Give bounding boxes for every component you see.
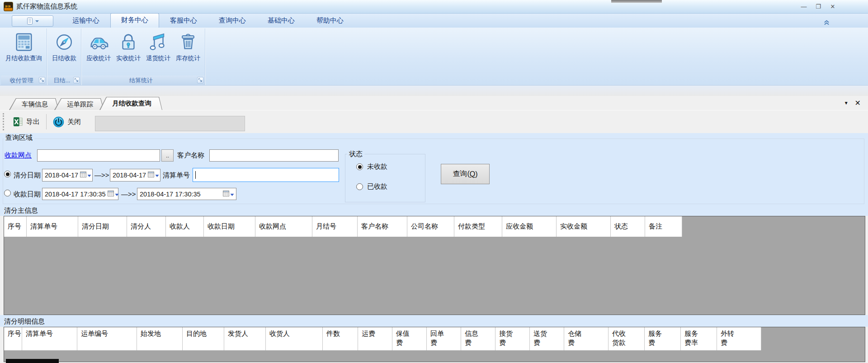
detail-column-header-3[interactable]: 始发地 <box>137 327 183 350</box>
network-input[interactable] <box>37 149 160 162</box>
detail-column-header-14[interactable]: 仓储 费 <box>564 327 609 350</box>
detail-column-header-5[interactable]: 发货人 <box>224 327 266 350</box>
master-column-header-13[interactable]: 状态 <box>611 216 645 237</box>
query-button[interactable]: 查询(Q) <box>441 164 490 184</box>
detail-column-header-4[interactable]: 目的地 <box>183 327 224 350</box>
ribbon-button-1-0[interactable]: 日结收款 <box>49 30 79 63</box>
detail-grid-body[interactable] <box>4 350 865 362</box>
ribbon-tab-0[interactable]: 运输中心 <box>61 14 110 28</box>
master-column-header-4[interactable]: 收款人 <box>166 216 204 237</box>
network-browse-button[interactable]: .. <box>161 149 174 162</box>
detail-column-header-16[interactable]: 服务 费 <box>645 327 681 350</box>
ribbon-tab-4[interactable]: 基础中心 <box>257 14 306 28</box>
master-grid-body[interactable] <box>4 237 865 315</box>
master-column-header-8[interactable]: 客户名称 <box>358 216 407 237</box>
detail-column-header-18[interactable]: 外转 费 <box>717 327 761 350</box>
ribbon-button-2-1[interactable]: 实收统计 <box>113 30 143 63</box>
title-bar[interactable]: »» 贰仟家物流信息系统 — ❐ ✕ <box>0 0 868 14</box>
dialog-launcher-icon[interactable] <box>39 77 45 83</box>
detail-column-header-9[interactable]: 保值 费 <box>392 327 427 350</box>
master-section-title: 清分主信息 <box>0 205 868 216</box>
clear-date-to-picker[interactable]: 2018-04-17 <box>110 169 160 182</box>
detail-column-header-8[interactable]: 运费 <box>358 327 392 350</box>
document-tab-1[interactable]: 运单跟踪 <box>54 98 104 110</box>
close-tab-button[interactable]: 关闭 <box>49 115 85 129</box>
calculator-icon <box>14 32 34 53</box>
detail-column-header-6[interactable]: 收货人 <box>266 327 323 350</box>
detail-column-header-15[interactable]: 代收 货款 <box>609 327 645 350</box>
master-column-header-5[interactable]: 收款日期 <box>204 216 255 237</box>
ribbon-tab-5[interactable]: 帮助中心 <box>306 14 354 28</box>
status-option-1[interactable]: 已收款 <box>356 182 387 191</box>
clear-date-from-picker[interactable]: 2018-04-17 <box>42 169 93 182</box>
tab-close-icon[interactable]: ✕ <box>855 99 861 107</box>
master-column-header-7[interactable]: 月结号 <box>312 216 358 237</box>
toolbar-grip[interactable] <box>3 113 4 130</box>
ribbon-tab-3[interactable]: 查询中心 <box>208 14 257 28</box>
dialog-launcher-icon[interactable] <box>73 77 80 83</box>
settle-no-input[interactable] <box>193 168 339 182</box>
customer-input[interactable] <box>209 149 339 162</box>
range-arrow: —>> <box>121 190 136 198</box>
document-tab-2[interactable]: 月结收款查询 <box>99 97 162 110</box>
master-column-header-1[interactable]: 清算单号 <box>27 216 78 237</box>
master-grid: 序号清算单号清分日期清分人收款人收款日期收款网点月结号客户名称公司名称付款类型应… <box>4 216 865 315</box>
detail-column-header-7[interactable]: 件数 <box>323 327 358 350</box>
detail-column-header-12[interactable]: 接货 费 <box>495 327 530 350</box>
receive-from-picker[interactable]: 2018-04-17 17:30:35 <box>42 188 118 200</box>
master-column-header-11[interactable]: 应收金额 <box>502 216 557 237</box>
close-icon[interactable]: ✕ <box>829 3 836 10</box>
tab-list-dropdown-icon[interactable]: ▼ <box>844 100 849 105</box>
detail-column-header-1[interactable]: 清算单号 <box>22 327 77 350</box>
ribbon-button-2-2[interactable]: 退货统计 <box>143 30 173 63</box>
detail-column-header-13[interactable]: 送货 费 <box>530 327 564 350</box>
ribbon-button-2-0[interactable]: 应收统计 <box>84 30 113 63</box>
detail-column-header-0[interactable]: 序号 <box>4 327 22 350</box>
radio-icon[interactable] <box>356 163 363 170</box>
document-tab-label: 车辆信息 <box>22 100 48 109</box>
toolbar-empty-panel <box>95 116 245 131</box>
receive-from-value: 2018-04-17 17:30:35 <box>45 191 106 198</box>
ribbon-button-2-3[interactable]: 库存统计 <box>173 30 203 63</box>
ribbon-tab-1[interactable]: 财务中心 <box>110 13 159 28</box>
ribbon-button-label: 退货统计 <box>146 54 170 62</box>
detail-column-header-10[interactable]: 回单 费 <box>427 327 461 350</box>
master-column-header-3[interactable]: 清分人 <box>127 216 166 237</box>
ribbon-tab-2[interactable]: 客服中心 <box>159 14 208 28</box>
application-menu-button[interactable] <box>12 15 53 27</box>
caret-down-icon[interactable] <box>115 191 119 198</box>
network-link-label[interactable]: 收款网点 <box>5 151 32 160</box>
master-column-header-0[interactable]: 序号 <box>4 216 27 237</box>
status-option-0[interactable]: 未收款 <box>356 162 387 171</box>
master-column-header-9[interactable]: 公司名称 <box>407 216 454 237</box>
caret-down-icon[interactable] <box>155 172 159 179</box>
caret-down-icon[interactable] <box>230 191 234 198</box>
receive-date-radio[interactable] <box>4 190 11 196</box>
caret-down-icon[interactable] <box>87 172 91 179</box>
receive-to-picker[interactable]: 2018-04-17 17:30:35 <box>137 188 236 200</box>
ribbon-button-0-0[interactable]: 月结收款查询 <box>3 30 45 63</box>
ribbon-button-label: 月结收款查询 <box>5 54 42 62</box>
restore-icon[interactable]: ❐ <box>815 3 822 10</box>
master-column-header-6[interactable]: 收款网点 <box>255 216 312 237</box>
document-toolbar: 导出 关闭 <box>0 110 868 133</box>
master-column-header-12[interactable]: 实收金额 <box>557 216 611 237</box>
ribbon-tab-row: 运输中心财务中心客服中心查询中心基础中心帮助中心 <box>0 14 868 28</box>
clear-date-radio[interactable] <box>4 171 11 177</box>
master-column-header-2[interactable]: 清分日期 <box>78 216 127 237</box>
query-button-text: ) <box>475 170 477 178</box>
collapse-ribbon-icon[interactable] <box>823 19 830 26</box>
document-tab-label: 月结收款查询 <box>112 99 151 108</box>
export-button[interactable]: 导出 <box>9 115 43 129</box>
master-column-header-10[interactable]: 付款类型 <box>454 216 502 237</box>
detail-column-header-2[interactable]: 运单编号 <box>77 327 137 350</box>
radio-icon[interactable] <box>356 183 363 190</box>
minimize-icon[interactable]: — <box>800 3 807 10</box>
detail-column-header-17[interactable]: 服务 费率 <box>681 327 717 350</box>
master-column-header-14[interactable]: 备注 <box>645 216 682 237</box>
dialog-launcher-icon[interactable] <box>197 77 203 83</box>
query-panel: 查询区域 收款网点 .. 客户名称 清分日期 2018-04-17 —>> 20… <box>0 133 868 205</box>
ribbon-group-label: 日结... <box>47 76 81 85</box>
detail-column-header-11[interactable]: 信息 费 <box>461 327 495 350</box>
document-tab-0[interactable]: 车辆信息 <box>9 98 59 110</box>
